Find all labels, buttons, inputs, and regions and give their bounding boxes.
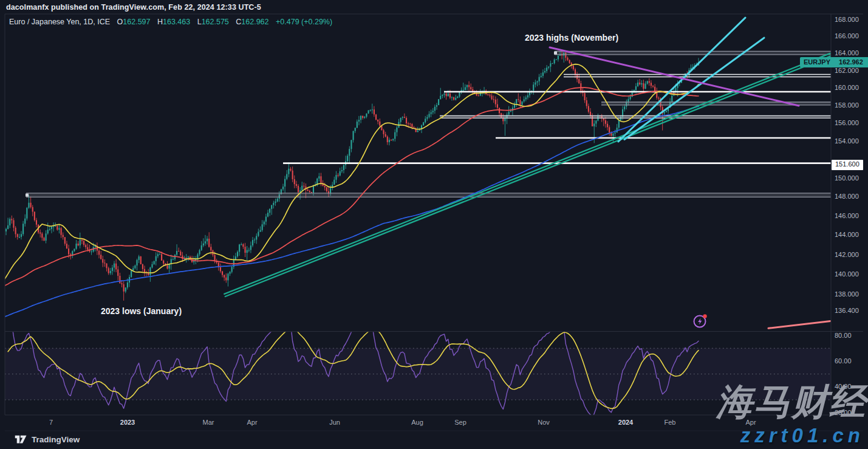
price-tick-158.000: 158.000 bbox=[835, 101, 859, 109]
ohlc-close-label: C bbox=[236, 18, 241, 26]
ohlc-low-label: L bbox=[197, 18, 202, 26]
price-tick-156.000: 156.000 bbox=[835, 119, 859, 126]
time-tick-Feb: Feb bbox=[665, 419, 676, 426]
price-tick-140.000: 140.000 bbox=[835, 270, 859, 278]
symbol-legend[interactable]: Euro / Japanese Yen, 1D, ICE O162.597 H1… bbox=[9, 18, 332, 26]
red-dot bbox=[703, 314, 706, 318]
price-tick-162.000: 162.000 bbox=[835, 67, 859, 74]
tradingview-logo-icon bbox=[15, 435, 27, 444]
time-tick-7: 7 bbox=[49, 419, 53, 426]
price-tick-150.000: 150.000 bbox=[835, 174, 859, 182]
ohlc-high-label: H bbox=[157, 18, 163, 26]
price-tick-142.000: 142.000 bbox=[835, 251, 859, 258]
time-tick-Aug: Aug bbox=[411, 419, 423, 426]
lightning-circle-icon[interactable] bbox=[692, 314, 708, 329]
footer-brand[interactable]: TradingView bbox=[15, 435, 80, 444]
time-tick-Apr: Apr bbox=[247, 419, 257, 426]
time-tick-Nov: Nov bbox=[538, 419, 550, 426]
badge-symbol: EURJPY bbox=[800, 57, 834, 67]
price-tick-136.400: 136.400 bbox=[835, 307, 859, 314]
tradingview-published-chart: dacolmanfx published on TradingView.com,… bbox=[0, 0, 868, 449]
watermark-title: 海马财经 bbox=[716, 378, 867, 427]
time-tick-2024: 2024 bbox=[618, 419, 633, 426]
ohlc-open-label: O bbox=[117, 18, 123, 26]
ohlc-low-value: 162.575 bbox=[202, 18, 229, 26]
price-tick-160.000: 160.000 bbox=[835, 84, 859, 91]
ohlc-high-value: 163.463 bbox=[163, 18, 190, 26]
last-price-badge: EURJPY 162.962 bbox=[800, 57, 868, 67]
badge-price: 162.962 bbox=[834, 57, 868, 67]
rsi-tick-60.00: 60.00 bbox=[835, 357, 852, 365]
symbol-title: Euro / Japanese Yen, 1D, ICE bbox=[9, 18, 110, 26]
price-tick-154.000: 154.000 bbox=[835, 137, 859, 145]
rsi-tick-80.00: 80.00 bbox=[835, 332, 852, 339]
price-tick-148.000: 148.000 bbox=[835, 193, 859, 200]
published-byline[interactable]: dacolmanfx published on TradingView.com,… bbox=[6, 3, 261, 12]
price-tick-138.000: 138.000 bbox=[835, 290, 859, 298]
price-tick-168.000: 168.000 bbox=[835, 16, 859, 23]
time-tick-2023: 2023 bbox=[120, 419, 135, 426]
annotation-2023-lows: 2023 lows (January) bbox=[101, 306, 182, 316]
time-tick-Jun: Jun bbox=[329, 419, 340, 426]
ohlc-close-value: 162.962 bbox=[241, 18, 268, 26]
time-tick-Mar: Mar bbox=[203, 419, 214, 426]
price-tick-164.000: 164.000 bbox=[835, 49, 859, 57]
time-tick-Sep: Sep bbox=[454, 419, 466, 426]
marked-level-badge: 151.600 bbox=[832, 160, 863, 170]
tradingview-brand-text: TradingView bbox=[32, 435, 80, 444]
watermark-url: zzrt01.cn bbox=[740, 424, 864, 447]
price-tick-146.000: 146.000 bbox=[835, 212, 859, 219]
ohlc-open-value: 162.597 bbox=[123, 18, 150, 26]
price-tick-144.000: 144.000 bbox=[835, 231, 859, 238]
change-value: +0.479 (+0.29%) bbox=[276, 18, 332, 26]
price-tick-166.000: 166.000 bbox=[835, 32, 859, 39]
annotation-2023-highs: 2023 highs (November) bbox=[525, 33, 618, 43]
